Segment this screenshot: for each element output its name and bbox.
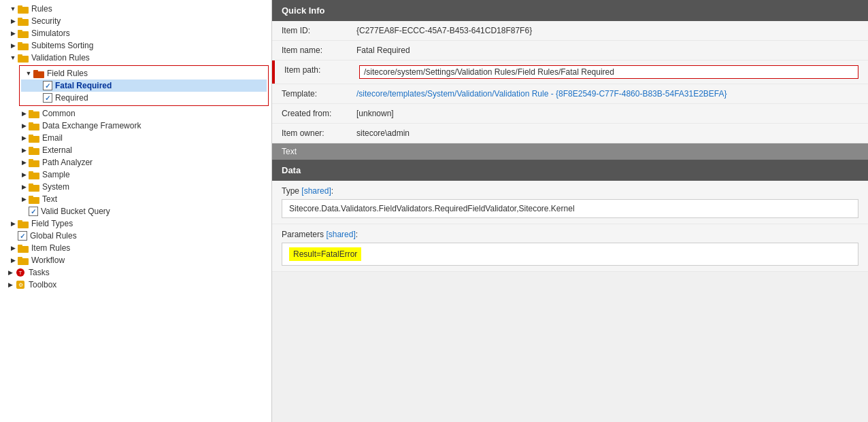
svg-rect-7 [18, 42, 22, 45]
arrow-tasks [5, 268, 15, 277]
arrow-text [19, 194, 29, 204]
sidebar-label-fatal-required: Fatal Required [55, 81, 112, 90]
sidebar-label-toolbox: Toolbox [29, 280, 56, 289]
svg-rect-9 [18, 54, 22, 57]
folder-icon-subitems [18, 41, 29, 50]
parameters-label-text: Parameters [282, 230, 324, 239]
sidebar-item-simulators[interactable]: Simulators [0, 27, 271, 39]
sidebar-item-item-rules[interactable]: Item Rules [0, 242, 271, 254]
arrow-subitems [8, 41, 18, 50]
sidebar-label-common: Common [42, 109, 76, 118]
type-label-text: Type [282, 186, 299, 196]
sidebar-label-sample: Sample [42, 170, 70, 179]
sidebar-item-path-analyzer[interactable]: Path Analyzer [0, 156, 271, 169]
template-row: Template: /sitecore/templates/System/Val… [272, 84, 868, 104]
arrow-toolbox [5, 280, 15, 289]
sidebar-label-field-rules: Field Rules [47, 69, 88, 78]
svg-rect-29 [18, 220, 22, 223]
sidebar-item-required[interactable]: Required [21, 92, 267, 104]
created-from-row: Created from: [unknown] [272, 104, 868, 124]
item-owner-label: Item owner: [282, 128, 356, 138]
svg-rect-33 [18, 257, 22, 260]
folder-icon-simulators [18, 29, 29, 38]
parameters-value-box: Result=FatalError [282, 243, 858, 266]
sidebar-item-sample[interactable]: Sample [0, 169, 271, 181]
checkbox-valid-bucket [29, 207, 38, 216]
sidebar-label-system: System [42, 182, 69, 192]
parameters-shared-tag: [shared] [326, 230, 355, 239]
sidebar-item-security[interactable]: Security [0, 15, 271, 27]
sidebar-label-tasks: Tasks [29, 268, 50, 277]
field-rules-selection-box: Field Rules Fatal Required Required [19, 65, 269, 106]
template-value: /sitecore/templates/System/Validation/Va… [356, 89, 858, 99]
text-section-header: Text [272, 143, 868, 160]
item-owner-row: Item owner: sitecore\admin [272, 124, 868, 143]
toolbox-icon: ⚙ [15, 280, 26, 289]
arrow-security [8, 16, 18, 26]
sidebar-label-data-exchange: Data Exchange Framework [42, 121, 141, 130]
sidebar-label-valid-bucket: Valid Bucket Query [41, 207, 110, 216]
sidebar-label-field-types: Field Types [31, 219, 73, 228]
sidebar-item-subitems-sorting[interactable]: Subitems Sorting [0, 39, 271, 52]
item-name-row: Item name: Fatal Required [272, 41, 868, 60]
sidebar-item-toolbox[interactable]: ⚙ Toolbox [0, 279, 271, 291]
folder-icon-item-rules [18, 243, 29, 253]
sidebar-item-workflow[interactable]: Workflow [0, 254, 271, 266]
sidebar-item-field-rules[interactable]: Field Rules [21, 67, 267, 80]
sidebar-item-rules[interactable]: Rules [0, 3, 271, 15]
arrow-global-rules [8, 231, 18, 241]
sidebar-item-field-types[interactable]: Field Types [0, 217, 271, 230]
item-id-label: Item ID: [282, 26, 356, 35]
folder-icon-system [29, 182, 39, 192]
svg-rect-5 [18, 30, 22, 33]
sidebar-item-tasks[interactable]: T Tasks [0, 266, 271, 279]
sidebar-label-validation: Validation Rules [31, 53, 90, 63]
item-owner-value: sitecore\admin [356, 128, 858, 138]
svg-rect-31 [18, 245, 22, 247]
checkbox-fatal-required [43, 81, 52, 90]
folder-icon-sample [29, 170, 39, 179]
folder-icon-email [29, 133, 39, 143]
sidebar-label-rules: Rules [31, 4, 52, 14]
data-content: Type [shared]: Sitecore.Data.Validators.… [272, 181, 868, 272]
sidebar-item-validation-rules[interactable]: Validation Rules [0, 52, 271, 64]
arrow-external [19, 145, 29, 155]
arrow-validation [8, 53, 18, 63]
arrow-field-rules [24, 69, 33, 78]
sidebar-label-global-rules: Global Rules [30, 231, 77, 241]
checkbox-global-rules [18, 231, 27, 241]
folder-icon-validation [18, 53, 29, 63]
main-panel: Quick Info Item ID: {C277EA8F-ECCC-45A7-… [272, 0, 868, 422]
svg-rect-27 [29, 196, 33, 198]
sidebar-item-text[interactable]: Text [0, 193, 271, 205]
sidebar-label-text: Text [42, 194, 57, 204]
arrow-fatal [33, 81, 43, 90]
sidebar-item-valid-bucket-query[interactable]: Valid Bucket Query [0, 205, 271, 217]
arrow-required [33, 93, 43, 103]
parameters-row: Parameters [shared]: Result=FatalError [272, 224, 868, 272]
item-id-value: {C277EA8F-ECCC-45A7-B453-641CD18F87F6} [356, 26, 858, 35]
sidebar-label-required: Required [55, 93, 88, 103]
item-path-row: Item path: /sitecore/system/Settings/Val… [272, 60, 868, 84]
sidebar-item-data-exchange[interactable]: Data Exchange Framework [0, 120, 271, 132]
quickinfo-header: Quick Info [272, 0, 868, 21]
folder-icon-field-rules [33, 69, 44, 78]
arrow-item-rules [8, 243, 18, 253]
sidebar-item-system[interactable]: System [0, 181, 271, 193]
arrow-rules [8, 4, 18, 14]
created-from-label: Created from: [282, 109, 356, 118]
sidebar-item-global-rules[interactable]: Global Rules [0, 230, 271, 242]
sidebar-item-external[interactable]: External [0, 144, 271, 156]
sidebar-item-common[interactable]: Common [0, 107, 271, 120]
created-from-value: [unknown] [356, 109, 858, 118]
svg-rect-3 [18, 18, 22, 20]
sidebar-item-email[interactable]: Email [0, 132, 271, 144]
sidebar-label-simulators: Simulators [31, 29, 70, 38]
sidebar-label-workflow: Workflow [31, 256, 65, 265]
sidebar-item-fatal-required[interactable]: Fatal Required [21, 80, 267, 92]
folder-icon-workflow [18, 256, 29, 265]
type-row: Type [shared]: Sitecore.Data.Validators.… [272, 181, 868, 224]
svg-rect-11 [33, 70, 38, 73]
folder-icon-path-analyzer [29, 158, 39, 167]
item-id-row: Item ID: {C277EA8F-ECCC-45A7-B453-641CD1… [272, 21, 868, 41]
